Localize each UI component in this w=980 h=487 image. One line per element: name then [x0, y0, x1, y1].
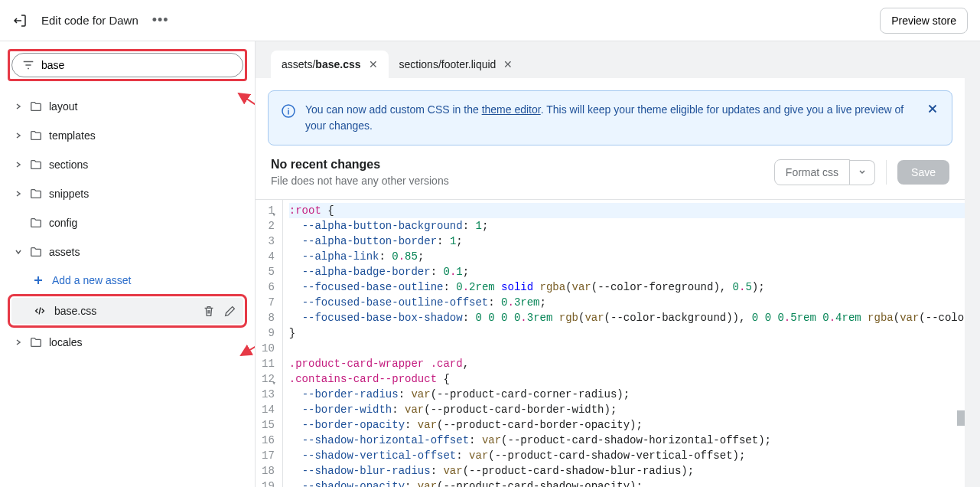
gutter-line: 16: [262, 433, 275, 448]
folder-label: locales: [49, 336, 83, 348]
filter-icon: [21, 58, 35, 72]
plus-icon: [32, 274, 44, 286]
folder-config[interactable]: config: [8, 208, 247, 237]
gutter-line: 11: [262, 356, 275, 371]
chevron-icon: [14, 190, 23, 198]
file-status-subtitle: File does not have any other versions: [271, 175, 774, 187]
gutter-line: 13: [262, 387, 275, 402]
gutter-line: 17: [262, 448, 275, 463]
folder-layout[interactable]: layout: [8, 92, 247, 121]
gutter-line: 2: [262, 218, 275, 234]
folder-locales[interactable]: locales: [8, 328, 247, 357]
save-button[interactable]: Save: [897, 160, 949, 185]
gutter-line: 18: [262, 463, 275, 479]
code-line[interactable]: --focused-base-box-shadow: 0 0 0 0.3rem …: [289, 310, 965, 325]
theme-editor-link[interactable]: theme editor: [482, 103, 541, 116]
scrollbar-thumb[interactable]: [957, 410, 965, 426]
gutter-line: 1▾: [262, 203, 275, 218]
sidebar: layouttemplatessectionssnippetsconfigass…: [0, 41, 256, 487]
gutter-line: 9: [262, 325, 275, 341]
gutter-line: 5: [262, 264, 275, 279]
folder-label: snippets: [49, 188, 89, 200]
tab-label: sections/footer.liquid: [399, 58, 497, 70]
code-line[interactable]: --border-radius: var(--product-card-corn…: [289, 387, 965, 402]
banner-close-icon[interactable]: [926, 102, 939, 116]
code-line[interactable]: --alpha-badge-border: 0.1;: [289, 264, 965, 279]
tab-base-css[interactable]: assets/base.css✕: [271, 51, 389, 78]
code-line[interactable]: [289, 341, 965, 356]
more-menu-icon[interactable]: •••: [152, 12, 169, 28]
code-line[interactable]: --border-width: var(--product-card-borde…: [289, 402, 965, 417]
code-line[interactable]: :root {: [289, 203, 965, 218]
tab-close-icon[interactable]: ✕: [503, 58, 513, 70]
format-dropdown-button[interactable]: [850, 160, 875, 185]
chevron-icon: [14, 132, 23, 139]
gutter-line: 3: [262, 234, 275, 249]
search-highlight-box: [8, 49, 247, 81]
tab-label: assets/base.css: [282, 58, 361, 70]
info-banner: You can now add custom CSS in the theme …: [268, 90, 952, 145]
info-icon: [281, 103, 296, 119]
exit-icon[interactable]: [12, 13, 28, 28]
chevron-icon: [14, 103, 23, 110]
gutter-line: 19: [262, 479, 275, 487]
page-title: Edit code for Dawn: [41, 14, 138, 27]
code-line[interactable]: --shadow-blur-radius: var(--product-card…: [289, 463, 965, 479]
code-line[interactable]: --alpha-link: 0.85;: [289, 249, 965, 264]
folder-label: templates: [49, 129, 96, 142]
search-input[interactable]: [41, 59, 233, 71]
file-label: base.css: [54, 305, 96, 317]
code-line[interactable]: --focused-base-outline: 0.2rem solid rgb…: [289, 279, 965, 295]
code-line[interactable]: --alpha-button-border: 1;: [289, 234, 965, 249]
gutter-line: 10: [262, 341, 275, 356]
file-item-base-css[interactable]: base.css: [11, 298, 243, 324]
file-status-title: No recent changes: [271, 158, 774, 172]
code-line[interactable]: --border-opacity: var(--product-card-bor…: [289, 417, 965, 433]
gutter-line: 15: [262, 417, 275, 433]
folder-label: assets: [49, 246, 80, 258]
chevron-icon: [14, 338, 23, 346]
delete-icon[interactable]: [202, 304, 216, 318]
code-editor[interactable]: 1▾23456789101112▾13141516171819 :root { …: [256, 200, 965, 487]
code-line[interactable]: --alpha-button-background: 1;: [289, 218, 965, 234]
banner-text-before: You can now add custom CSS in the: [305, 103, 482, 116]
preview-store-button[interactable]: Preview store: [880, 8, 968, 34]
code-line[interactable]: .product-card-wrapper .card,: [289, 356, 965, 371]
folder-label: layout: [49, 100, 77, 113]
edit-icon[interactable]: [223, 304, 237, 318]
add-asset-label: Add a new asset: [52, 274, 132, 286]
chevron-icon: [14, 161, 23, 168]
gutter-line: 8: [262, 310, 275, 325]
code-line[interactable]: }: [289, 325, 965, 341]
chevron-icon: [14, 248, 23, 256]
format-css-button[interactable]: Format css: [774, 159, 850, 185]
tab-close-icon[interactable]: ✕: [369, 58, 378, 70]
folder-templates[interactable]: templates: [8, 121, 247, 150]
code-line[interactable]: --focused-base-outline-offset: 0.3rem;: [289, 295, 965, 310]
tab-footer-liquid[interactable]: sections/footer.liquid✕: [389, 51, 524, 78]
file-highlight-box: base.css: [8, 294, 247, 328]
code-line[interactable]: --shadow-opacity: var(--product-card-sha…: [289, 479, 965, 487]
gutter-line: 6: [262, 279, 275, 295]
folder-assets[interactable]: assets: [8, 237, 247, 266]
add-new-asset-link[interactable]: Add a new asset: [8, 266, 247, 294]
gutter-line: 12▾: [262, 371, 275, 387]
folder-sections[interactable]: sections: [8, 150, 247, 179]
gutter-line: 4: [262, 249, 275, 264]
gutter-line: 14: [262, 402, 275, 417]
code-line[interactable]: --shadow-vertical-offset: var(--product-…: [289, 448, 965, 463]
gutter-line: 7: [262, 295, 275, 310]
code-line[interactable]: --shadow-horizontal-offset: var(--produc…: [289, 433, 965, 448]
code-line[interactable]: .contains-card--product {: [289, 371, 965, 387]
code-file-icon: [33, 304, 47, 318]
folder-snippets[interactable]: snippets: [8, 179, 247, 208]
folder-label: config: [49, 217, 77, 229]
folder-label: sections: [49, 159, 88, 171]
